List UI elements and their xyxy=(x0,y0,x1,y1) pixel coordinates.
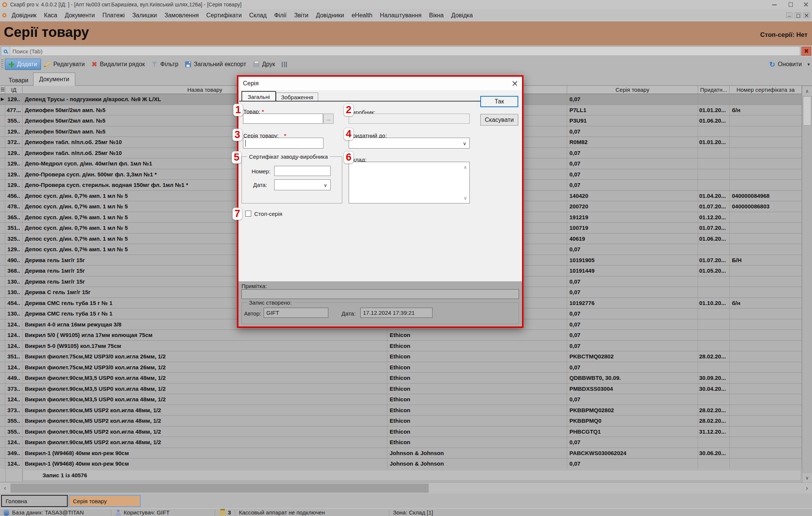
add-button[interactable]: Додати xyxy=(5,59,41,70)
search-icon[interactable] xyxy=(1,47,10,56)
table-row[interactable]: 124..Викрил фиолет.75см,М2 USP3/0 кол.иг… xyxy=(0,362,802,373)
window-tabs: Головна Серія товару xyxy=(0,493,812,508)
table-row[interactable]: 373..Викрил фиолет.90см,М3,5 USP0 кол.иг… xyxy=(0,384,802,395)
export-button[interactable]: Загальний експорт xyxy=(182,59,249,70)
print-button[interactable]: Друк xyxy=(250,59,279,70)
menu-item-11[interactable]: Довідники xyxy=(312,11,348,20)
cancel-button[interactable]: Скасувати xyxy=(480,114,518,126)
table-row[interactable]: 349..Викрил-1 (W9468) 40мм кол-реж 90смJ… xyxy=(0,448,802,459)
chevron-down-icon[interactable]: ∨ xyxy=(323,182,327,188)
product-field[interactable] xyxy=(243,114,323,124)
vertical-scrollbar[interactable]: ∧ ∨ xyxy=(802,86,812,483)
row-marker-cell xyxy=(0,266,5,276)
cell-val: 01.05.20... xyxy=(698,266,730,276)
filter-button[interactable]: Фільтр xyxy=(148,59,182,70)
row-marker-cell: ▶ xyxy=(0,94,5,105)
series-field[interactable] xyxy=(243,138,323,149)
horizontal-scroll-thumb[interactable] xyxy=(11,484,429,493)
horizontal-scrollbar[interactable]: ‹ › xyxy=(0,483,812,493)
menu-item-8[interactable]: Склад xyxy=(246,11,270,20)
stock-textarea[interactable]: ∧ ∨ xyxy=(349,162,470,203)
tab-tovary[interactable]: Товари xyxy=(4,75,33,86)
cert-date-combobox[interactable]: ∨ xyxy=(274,179,331,190)
ok-button[interactable]: Так xyxy=(480,96,518,107)
header-valid[interactable]: Придатн... xyxy=(698,86,730,94)
chevron-down-icon[interactable]: ∨ xyxy=(463,195,467,201)
table-row[interactable]: 124..Викрил 5-0 (W9105) кол.17мм 75смEth… xyxy=(0,341,802,352)
cell-val xyxy=(698,94,730,105)
cell-val xyxy=(698,394,730,405)
menu-item-9[interactable]: Філії xyxy=(270,11,290,20)
vertical-scroll-thumb[interactable] xyxy=(803,96,811,126)
menu-item-3[interactable]: Документи xyxy=(61,11,99,20)
row-marker-cell xyxy=(0,341,5,351)
delete-row-button[interactable]: ✖ Видалити рядок xyxy=(88,59,148,70)
stop-series-checkbox[interactable] xyxy=(245,211,251,217)
minimize-icon[interactable] xyxy=(771,2,777,8)
table-row[interactable]: 124..Викрил фиолет.90см,М3,5 USP0 кол.иг… xyxy=(0,394,802,405)
scroll-down-icon[interactable]: ∨ xyxy=(802,473,812,482)
cell-id: 349.. xyxy=(5,448,23,458)
menu-item-12[interactable]: eHealth xyxy=(348,11,376,20)
edit-button[interactable]: Редагувати xyxy=(41,59,88,70)
chevron-down-icon[interactable]: ∨ xyxy=(463,140,466,146)
mdi-restore-icon[interactable] xyxy=(795,12,801,18)
table-row[interactable]: 373..Викрил фиолет.90см,М5 USP2 кол.игла… xyxy=(0,405,802,416)
status-user: Користувач: GIFT xyxy=(124,509,170,516)
table-row[interactable]: 355..Викрил фиолет.90см,М5 USP2 кол.игла… xyxy=(0,426,802,437)
wintab-home[interactable]: Головна xyxy=(1,495,68,507)
menu-item-6[interactable]: Замовлення xyxy=(161,11,202,20)
columns-button[interactable] xyxy=(278,59,290,70)
status-cash-message: Кассовый аппарат не подключен xyxy=(239,509,325,516)
menu-item-5[interactable]: Залишки xyxy=(129,11,161,20)
restore-icon[interactable] xyxy=(787,2,793,8)
chevron-up-icon[interactable]: ∧ xyxy=(463,164,467,170)
header-series[interactable]: Серія товару xyxy=(567,86,698,94)
menu-item-4[interactable]: Платежі xyxy=(99,11,129,20)
table-row[interactable]: 124..Викрил 5/0 ( W9105) игла 17мм колющ… xyxy=(0,330,802,341)
dialog-title-bar[interactable]: Серія xyxy=(238,77,522,90)
search-clear-button[interactable]: ✖ xyxy=(801,47,811,56)
cell-cert xyxy=(730,169,802,180)
printer-icon xyxy=(253,62,260,67)
table-row[interactable]: 355..Викрил фиолет.90см,М5 USP2 кол.игла… xyxy=(0,416,802,426)
scroll-up-icon[interactable]: ∧ xyxy=(802,87,812,96)
dialog-tab-image[interactable]: Зображення xyxy=(276,93,318,102)
menu-item-10[interactable]: Звіти xyxy=(290,11,312,20)
menu-item-15[interactable]: Довідка xyxy=(448,11,477,20)
header-marker-cell[interactable] xyxy=(0,86,5,94)
mdi-minimize-icon[interactable] xyxy=(786,12,792,18)
menu-item-2[interactable]: Каса xyxy=(40,11,61,20)
search-input[interactable]: Поиск (Tab) xyxy=(1,46,800,56)
cert-number-field[interactable] xyxy=(274,166,331,176)
cell-cert xyxy=(730,448,802,458)
header-cert[interactable]: Номер сертифіката за xyxy=(730,86,802,94)
cell-cert xyxy=(730,394,802,405)
note-field[interactable] xyxy=(241,289,519,299)
menu-item-14[interactable]: Вікна xyxy=(425,11,448,20)
row-marker-cell xyxy=(0,394,5,405)
scroll-left-icon[interactable]: ‹ xyxy=(0,483,10,493)
valid-until-combobox[interactable]: ∨ xyxy=(349,138,470,149)
table-row[interactable]: 351..Викрил фиолет.75см,М2 USP3/0 кол.иг… xyxy=(0,351,802,362)
close-icon[interactable] xyxy=(803,2,809,8)
menu-item-13[interactable]: Налаштування xyxy=(376,11,425,20)
menu-item-1[interactable]: Довідник xyxy=(8,11,40,20)
scroll-right-icon[interactable]: › xyxy=(802,483,812,493)
menu-item-7[interactable]: Сертифікати xyxy=(202,11,245,20)
wintab-series[interactable]: Серія товару xyxy=(68,495,141,507)
header-id[interactable]: ІД xyxy=(5,86,23,94)
table-row[interactable]: 124..Викрил фиолет.90см,М5 USP2 кол.игла… xyxy=(0,437,802,448)
toolbar-grip[interactable] xyxy=(1,59,3,69)
status-bar: База даних: TASA3@TITAN Користувач: GIFT… xyxy=(0,508,812,516)
dialog-tab-general[interactable]: Загальні xyxy=(241,91,276,102)
mdi-close-icon[interactable] xyxy=(803,12,810,18)
refresh-button[interactable]: ↻ Оновити xyxy=(766,59,805,70)
tab-dokumenty[interactable]: Документи xyxy=(33,73,75,86)
table-row[interactable]: 124..Викрил-1 (W9468) 40мм кол-реж 90смJ… xyxy=(0,458,802,469)
browse-button[interactable]: ... xyxy=(323,114,334,124)
row-marker-cell xyxy=(0,426,5,437)
table-row[interactable]: 449..Викрил фиолет.90см,М3,5 USP0 кол.иг… xyxy=(0,373,802,384)
dialog-close-icon[interactable] xyxy=(511,80,518,87)
refresh-caret-icon[interactable]: ▾ xyxy=(807,62,810,67)
